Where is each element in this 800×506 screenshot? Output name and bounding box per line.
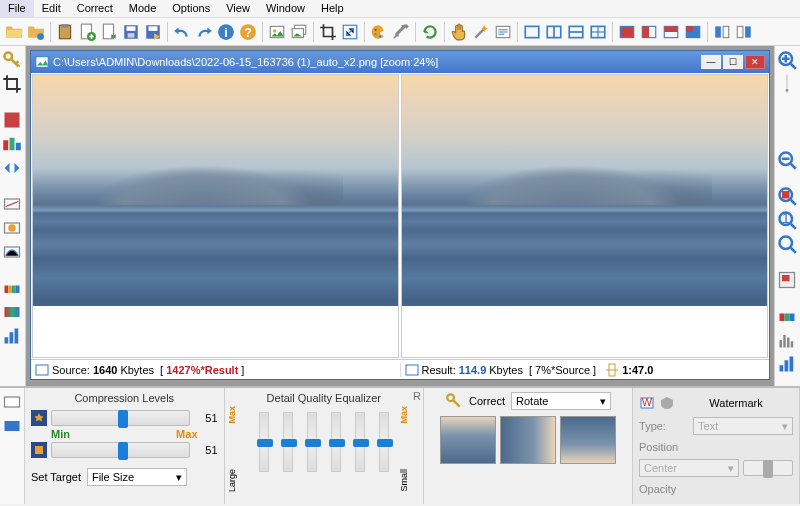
layout-a-icon[interactable] — [617, 22, 637, 42]
bars-icon[interactable] — [2, 326, 22, 346]
menu-view[interactable]: View — [218, 0, 258, 17]
info-icon[interactable]: i — [216, 22, 236, 42]
view-right-icon[interactable] — [734, 22, 754, 42]
menu-file[interactable]: File — [0, 0, 34, 17]
eq-band-2[interactable] — [283, 412, 293, 472]
paste-icon[interactable] — [55, 22, 75, 42]
title-bar[interactable]: C:\Users\ADMIN\Downloads\2022-06-15_1637… — [31, 51, 769, 73]
source-pct: 1427%*Result — [166, 364, 238, 376]
adjust-1-icon[interactable] — [2, 194, 22, 214]
crop-tool-icon[interactable] — [2, 74, 22, 94]
crop-icon[interactable] — [318, 22, 338, 42]
minimize-button[interactable]: — — [701, 55, 721, 69]
compress-slider[interactable] — [51, 442, 190, 458]
zoom-in-icon[interactable] — [777, 50, 797, 70]
svg-point-50 — [8, 224, 16, 232]
quality-slider[interactable] — [51, 410, 190, 426]
zoom-sel-icon[interactable] — [777, 234, 797, 254]
quality-preset-icon[interactable] — [31, 410, 47, 426]
layout-b-icon[interactable] — [639, 22, 659, 42]
view-left-icon[interactable] — [712, 22, 732, 42]
redo-icon[interactable] — [194, 22, 214, 42]
layout-d-icon[interactable] — [683, 22, 703, 42]
rotate-option-2[interactable] — [500, 416, 556, 464]
svg-rect-81 — [787, 338, 790, 348]
layout-split-h-icon[interactable] — [566, 22, 586, 42]
correct-mode-select[interactable]: Rotate▾ — [511, 392, 611, 410]
zoom-out-icon[interactable] — [777, 150, 797, 170]
rainbow-2-icon[interactable] — [2, 302, 22, 322]
compress-preset-icon[interactable] — [31, 442, 47, 458]
result-pane[interactable] — [401, 74, 768, 358]
svg-text:i: i — [224, 25, 227, 39]
nav-icon[interactable] — [777, 270, 797, 290]
zoom-100-icon[interactable]: 1 — [777, 210, 797, 230]
zoom-slider[interactable] — [777, 74, 797, 94]
menu-help[interactable]: Help — [313, 0, 352, 17]
open-file-icon[interactable] — [4, 22, 24, 42]
image-icon[interactable] — [267, 22, 287, 42]
menu-edit[interactable]: Edit — [34, 0, 69, 17]
eq-band-1[interactable] — [259, 412, 269, 472]
eq-band-4[interactable] — [331, 412, 341, 472]
key-icon[interactable] — [2, 50, 22, 70]
adjust-2-icon[interactable] — [2, 218, 22, 238]
recent-icon[interactable] — [26, 22, 46, 42]
menu-options[interactable]: Options — [164, 0, 218, 17]
rotate-option-3[interactable] — [560, 416, 616, 464]
menu-mode[interactable]: Mode — [121, 0, 165, 17]
refresh-icon[interactable] — [420, 22, 440, 42]
correct-key-icon[interactable] — [445, 392, 463, 410]
flip-icon[interactable] — [2, 158, 22, 178]
svg-rect-59 — [15, 329, 19, 344]
layout-split-v-icon[interactable] — [544, 22, 564, 42]
svg-rect-55 — [16, 286, 20, 294]
svg-point-21 — [375, 33, 377, 35]
wand-icon[interactable] — [471, 22, 491, 42]
images-icon[interactable] — [289, 22, 309, 42]
doc-new-icon[interactable] — [77, 22, 97, 42]
channels-icon[interactable] — [2, 134, 22, 154]
hand-icon[interactable] — [449, 22, 469, 42]
text-edit-icon[interactable] — [493, 22, 513, 42]
watermark-icon-2[interactable] — [659, 395, 675, 411]
zoom-fit-icon[interactable] — [777, 186, 797, 206]
eq-band-5[interactable] — [355, 412, 365, 472]
svg-rect-62 — [406, 365, 418, 375]
layout-quad-icon[interactable] — [588, 22, 608, 42]
watermark-icon-1[interactable]: W — [639, 395, 655, 411]
svg-rect-45 — [3, 140, 8, 150]
eyedropper-icon[interactable] — [391, 22, 411, 42]
save-as-icon[interactable] — [143, 22, 163, 42]
source-pane[interactable] — [32, 74, 399, 358]
layout-1-icon[interactable] — [522, 22, 542, 42]
svg-rect-80 — [783, 335, 786, 348]
red-swatch-icon[interactable] — [2, 110, 22, 130]
close-button[interactable]: ✕ — [745, 55, 765, 69]
panel-toggle-2-icon[interactable] — [2, 416, 22, 436]
layout-c-icon[interactable] — [661, 22, 681, 42]
menu-correct[interactable]: Correct — [69, 0, 121, 17]
svg-rect-78 — [790, 314, 795, 322]
undo-icon[interactable] — [172, 22, 192, 42]
resize-icon[interactable] — [340, 22, 360, 42]
maximize-button[interactable]: ☐ — [723, 55, 743, 69]
target-mode-select[interactable]: File Size▾ — [87, 468, 187, 486]
hist-icon[interactable] — [777, 330, 797, 350]
result-size: 114.9 — [459, 364, 487, 376]
save-icon[interactable] — [121, 22, 141, 42]
rgb-icon[interactable] — [777, 306, 797, 326]
panel-toggle-1-icon[interactable] — [2, 392, 22, 412]
palette-icon[interactable] — [369, 22, 389, 42]
svg-rect-58 — [10, 332, 14, 343]
rotate-option-1[interactable] — [440, 416, 496, 464]
adjust-3-icon[interactable] — [2, 242, 22, 262]
rainbow-icon[interactable] — [2, 278, 22, 298]
doc-recycle-icon[interactable] — [99, 22, 119, 42]
svg-rect-39 — [715, 26, 721, 37]
menu-window[interactable]: Window — [258, 0, 313, 17]
levels-icon[interactable] — [777, 354, 797, 374]
eq-band-6[interactable] — [379, 412, 389, 472]
eq-band-3[interactable] — [307, 412, 317, 472]
help-icon[interactable]: ? — [238, 22, 258, 42]
